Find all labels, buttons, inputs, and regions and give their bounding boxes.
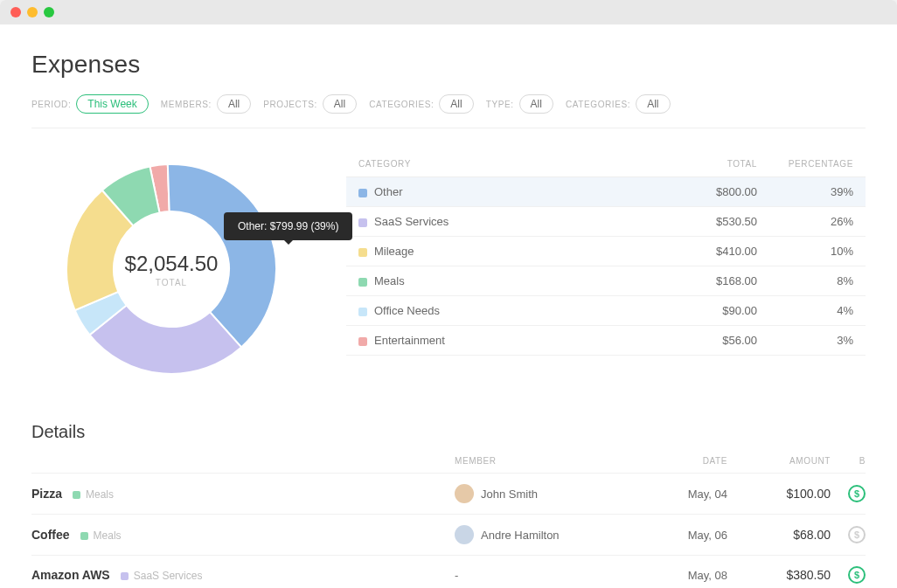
main-content: Expenses PERIOD:This WeekMEMBERS:AllPROJ… (0, 24, 897, 588)
filter-pill[interactable]: All (439, 94, 473, 114)
filter-label: CATEGORIES: (566, 100, 630, 109)
filter-label: PROJECTS: (263, 100, 317, 109)
category-total: $90.00 (661, 304, 757, 317)
category-percentage: 3% (757, 334, 853, 347)
amount-cell: $100.00 (734, 487, 831, 501)
details-row[interactable]: PizzaMealsJohn SmithMay, 04$100.00$ (31, 474, 866, 515)
member-name: Andre Hamilton (481, 529, 560, 542)
category-row[interactable]: SaaS Services$530.5026% (346, 207, 866, 237)
item-title: Pizza (31, 487, 62, 501)
filter-group: CATEGORIES:All (566, 94, 671, 114)
col-category: CATEGORY (358, 159, 661, 169)
member-name: John Smith (481, 488, 538, 501)
filter-label: MEMBERS: (161, 100, 212, 109)
col-total: TOTAL (661, 159, 757, 169)
filter-pill[interactable]: All (217, 94, 251, 114)
amount-cell: $68.00 (734, 528, 831, 542)
item-category: Meals (94, 529, 122, 542)
filter-group: PERIOD:This Week (31, 94, 149, 114)
filter-group: TYPE:All (486, 94, 553, 114)
filter-group: MEMBERS:All (161, 94, 251, 114)
item-cell: Amazon AWSSaaS Services (31, 568, 455, 582)
member-name: - (455, 569, 458, 582)
member-cell: John Smith (455, 484, 647, 503)
item-cell: PizzaMeals (31, 487, 455, 501)
filter-pill[interactable]: This Week (76, 94, 148, 114)
category-swatch-icon (358, 218, 367, 227)
category-row[interactable]: Other$800.0039% (346, 177, 866, 207)
category-name: Entertainment (374, 334, 445, 347)
category-name-cell: Mileage (358, 245, 661, 258)
category-total: $168.00 (661, 274, 757, 287)
filter-pill[interactable]: All (323, 94, 357, 114)
filter-pill[interactable]: All (519, 94, 553, 114)
date-cell: May, 06 (647, 529, 734, 542)
category-name: Office Needs (374, 304, 440, 317)
filter-label: CATEGORIES: (369, 100, 434, 109)
titlebar (0, 0, 897, 24)
category-name-cell: SaaS Services (358, 215, 661, 228)
category-name-cell: Meals (358, 274, 661, 287)
item-category: SaaS Services (134, 570, 203, 582)
item-category: Meals (86, 488, 114, 501)
donut-total-label: TOTAL (125, 278, 219, 287)
filter-pill[interactable]: All (636, 94, 670, 114)
item-title: Coffee (31, 528, 70, 542)
category-swatch-icon (358, 308, 367, 316)
category-table-header: CATEGORY TOTAL PERCENTAGE (346, 151, 866, 177)
donut-center: $2,054.50 TOTAL (125, 252, 219, 287)
details-table-header: MEMBER DATE AMOUNT B (31, 446, 866, 474)
filter-bar: PERIOD:This WeekMEMBERS:AllPROJECTS:AllC… (31, 94, 866, 128)
col-date: DATE (647, 456, 734, 466)
category-percentage: 39% (757, 185, 853, 198)
date-cell: May, 04 (647, 488, 734, 501)
category-total: $530.50 (661, 215, 757, 228)
minimize-icon[interactable] (27, 7, 38, 17)
close-icon[interactable] (10, 7, 21, 17)
item-category-swatch-icon (121, 572, 129, 580)
category-row[interactable]: Office Needs$90.004% (346, 296, 866, 326)
summary-section: $2,054.50 TOTAL Other: $799.99 (39%) CAT… (31, 151, 866, 387)
col-billable: B (831, 456, 866, 466)
category-name-cell: Office Needs (358, 304, 661, 317)
category-swatch-icon (358, 189, 367, 197)
category-percentage: 8% (757, 274, 853, 287)
app-window: Expenses PERIOD:This WeekMEMBERS:AllPROJ… (0, 0, 897, 588)
avatar (455, 484, 474, 503)
category-swatch-icon (358, 248, 367, 257)
category-swatch-icon (358, 337, 367, 346)
donut-total-value: $2,054.50 (125, 252, 219, 276)
item-cell: CoffeeMeals (31, 528, 455, 542)
category-name-cell: Entertainment (358, 334, 661, 347)
member-cell: - (455, 569, 647, 582)
col-member: MEMBER (455, 456, 647, 466)
category-swatch-icon (358, 278, 367, 287)
category-row[interactable]: Mileage$410.0010% (346, 237, 866, 266)
col-percentage: PERCENTAGE (757, 159, 853, 169)
amount-cell: $380.50 (734, 568, 831, 582)
dollar-circle-icon[interactable]: $ (848, 526, 866, 543)
details-row[interactable]: CoffeeMealsAndre HamiltonMay, 06$68.00$ (31, 515, 866, 556)
category-name: SaaS Services (374, 215, 448, 228)
item-title: Amazon AWS (31, 568, 110, 582)
dollar-circle-icon[interactable]: $ (848, 566, 866, 584)
details-row[interactable]: Amazon AWSSaaS Services-May, 08$380.50$ (31, 556, 866, 588)
billable-cell: $ (831, 566, 866, 584)
chart-tooltip: Other: $799.99 (39%) (224, 212, 352, 240)
category-row[interactable]: Meals$168.008% (346, 266, 866, 296)
item-category-swatch-icon (80, 532, 88, 540)
category-row[interactable]: Entertainment$56.003% (346, 326, 866, 356)
category-name: Other (374, 185, 403, 198)
dollar-circle-icon[interactable]: $ (848, 485, 866, 502)
category-name: Mileage (374, 245, 414, 258)
maximize-icon[interactable] (44, 7, 54, 17)
item-category-swatch-icon (73, 491, 80, 499)
filter-label: TYPE: (486, 100, 514, 109)
donut-chart[interactable]: $2,054.50 TOTAL Other: $799.99 (39%) (31, 151, 311, 387)
filter-group: CATEGORIES:All (369, 94, 474, 114)
date-cell: May, 08 (647, 569, 734, 582)
member-cell: Andre Hamilton (455, 525, 647, 544)
col-amount: AMOUNT (734, 456, 831, 466)
category-name-cell: Other (358, 185, 661, 198)
category-total: $410.00 (661, 245, 757, 258)
